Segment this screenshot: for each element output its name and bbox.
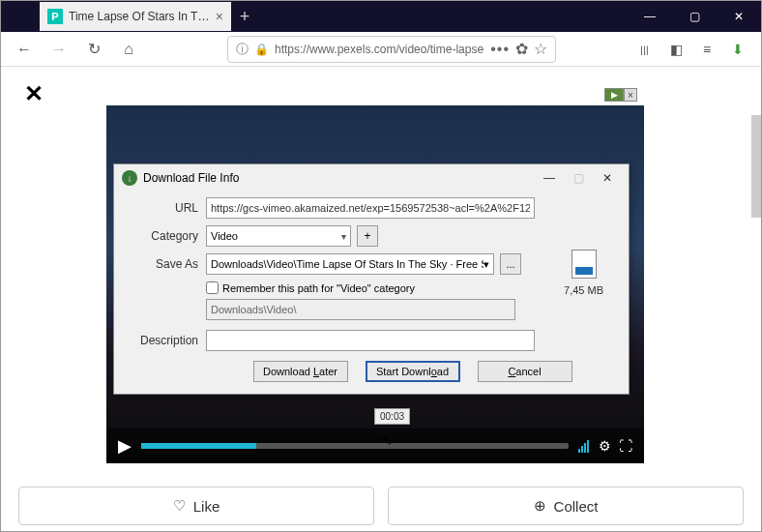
start-download-button[interactable]: Start Download: [366, 361, 460, 382]
reader-icon[interactable]: ✿: [515, 40, 528, 58]
volume-icon[interactable]: [578, 439, 589, 453]
window-close-button[interactable]: ✕: [717, 1, 761, 32]
browser-tab[interactable]: P Time Lapse Of Stars In The Sky ×: [40, 2, 231, 31]
new-tab-button[interactable]: +: [231, 3, 258, 30]
page-info-icon[interactable]: ⓘ: [236, 41, 249, 58]
bookmark-icon[interactable]: ☆: [534, 40, 547, 58]
window-maximize-button[interactable]: ▢: [672, 1, 717, 32]
chevron-down-icon: ▾: [341, 231, 346, 242]
download-dialog: ↓ Download File Info — ▢ ✕ URL Category …: [113, 163, 630, 395]
forward-button: →: [45, 36, 73, 63]
description-input[interactable]: [206, 330, 535, 351]
remember-path-checkbox[interactable]: [206, 281, 219, 294]
idm-icon: ↓: [122, 170, 137, 186]
page-actions-icon[interactable]: •••: [490, 41, 510, 58]
url-input[interactable]: [206, 197, 535, 219]
tab-title: Time Lapse Of Stars In The Sky: [69, 10, 210, 23]
lock-icon: 🔒: [254, 43, 269, 56]
url-label: URL: [124, 201, 206, 215]
address-bar[interactable]: ⓘ 🔒 https://www.pexels.com/video/time-la…: [227, 36, 556, 63]
video-progress-bar[interactable]: [141, 443, 569, 449]
file-type-icon: [572, 250, 597, 279]
back-button[interactable]: ←: [11, 36, 38, 63]
library-icon[interactable]: ⫼: [631, 36, 659, 63]
download-badge[interactable]: ▶ ×: [604, 88, 637, 102]
fullscreen-icon[interactable]: ⛶: [619, 438, 632, 454]
dialog-close-button[interactable]: ✕: [594, 168, 621, 188]
tab-favicon: P: [47, 9, 63, 24]
cancel-button[interactable]: Cancel: [478, 361, 572, 382]
category-label: Category: [124, 229, 206, 243]
reload-button[interactable]: ↻: [80, 36, 107, 63]
remember-path-label: Remember this path for "Video" category: [222, 282, 415, 294]
dialog-title: Download File Info: [143, 171, 530, 185]
home-button[interactable]: ⌂: [115, 36, 142, 63]
window-minimize-button[interactable]: —: [628, 1, 672, 32]
download-badge-close-icon[interactable]: ×: [624, 88, 637, 102]
description-label: Description: [124, 334, 206, 347]
download-video-icon[interactable]: ▶: [604, 88, 624, 102]
url-text: https://www.pexels.com/video/time-lapse-…: [275, 43, 484, 56]
scrollbar[interactable]: [751, 115, 761, 218]
idm-extension-icon[interactable]: ⬇: [724, 36, 751, 63]
video-timestamp-tooltip: 00:03: [374, 408, 410, 425]
heart-icon: ♡: [173, 497, 186, 515]
category-select[interactable]: Video▾: [206, 225, 351, 247]
dialog-minimize-button[interactable]: —: [536, 168, 563, 188]
download-later-button[interactable]: Download Later: [253, 361, 348, 382]
menu-icon[interactable]: ≡: [693, 36, 720, 63]
browse-button[interactable]: ...: [500, 253, 521, 275]
add-category-button[interactable]: +: [357, 225, 378, 247]
tab-close-icon[interactable]: ×: [216, 9, 223, 24]
play-button[interactable]: ▶: [118, 435, 132, 457]
save-as-label: Save As: [124, 257, 206, 271]
file-size: 7,45 MB: [564, 284, 603, 296]
save-as-input[interactable]: Downloads\Video\Time Lapse Of Stars In T…: [206, 253, 494, 275]
like-button[interactable]: ♡ Like: [18, 487, 374, 525]
close-overlay-button[interactable]: ✕: [24, 80, 44, 107]
settings-icon[interactable]: ⚙: [599, 438, 611, 454]
plus-circle-icon: ⊕: [534, 497, 546, 515]
path-display: Downloads\Video\: [206, 299, 515, 320]
dialog-maximize-button[interactable]: ▢: [565, 168, 592, 188]
chevron-down-icon: ▾: [484, 258, 489, 271]
sidebar-icon[interactable]: ◧: [662, 36, 689, 63]
collect-button[interactable]: ⊕ Collect: [388, 487, 744, 525]
